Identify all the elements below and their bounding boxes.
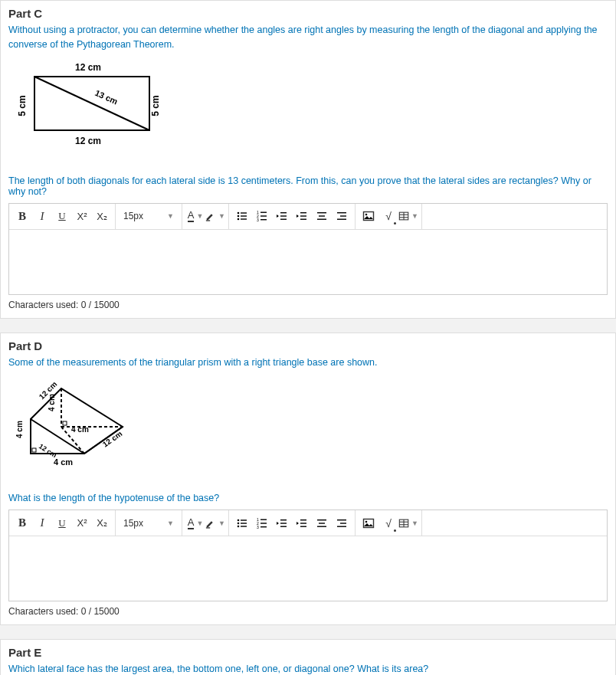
chevron-down-icon: ▼ <box>218 519 225 527</box>
number-list-button[interactable]: 123 <box>252 205 272 227</box>
fig-c-right-label: 5 cm <box>150 95 161 116</box>
svg-rect-70 <box>317 526 326 526</box>
bold-button[interactable]: B <box>12 513 32 534</box>
svg-rect-61 <box>260 526 267 527</box>
svg-rect-72 <box>340 523 346 523</box>
svg-point-75 <box>365 520 368 523</box>
highlight-button[interactable]: ▼ <box>205 513 225 534</box>
svg-text:12 cm: 12 cm <box>101 430 124 449</box>
italic-button[interactable]: I <box>32 513 52 534</box>
svg-rect-59 <box>260 519 267 519</box>
editor-textarea[interactable] <box>9 230 607 294</box>
fig-c-diag-label: 13 cm <box>93 87 120 106</box>
image-button[interactable] <box>359 513 378 534</box>
svg-rect-19 <box>300 215 306 216</box>
chevron-down-icon: ▼ <box>196 519 203 527</box>
svg-rect-8 <box>241 218 247 219</box>
svg-rect-68 <box>317 519 326 520</box>
part-c-figure: 12 cm 13 cm 12 cm 5 cm 5 cm <box>8 57 168 162</box>
svg-rect-7 <box>241 215 247 216</box>
part-c-title: Part C <box>8 7 608 20</box>
bullet-list-button[interactable] <box>232 513 252 534</box>
svg-rect-24 <box>337 212 346 213</box>
number-list-button[interactable]: 123 <box>252 513 272 534</box>
svg-rect-62 <box>280 519 287 520</box>
svg-rect-26 <box>337 219 346 220</box>
italic-button[interactable]: I <box>32 205 52 227</box>
char-count: Characters used: 0 / 15000 <box>8 606 608 617</box>
svg-point-28 <box>365 214 368 216</box>
svg-rect-60 <box>260 523 267 523</box>
indent-button[interactable] <box>292 513 312 534</box>
math-button[interactable]: √ <box>378 205 398 227</box>
outdent-button[interactable] <box>272 513 292 534</box>
part-d-question: What is the length of the hypotenuse of … <box>8 493 608 503</box>
svg-rect-65 <box>300 519 306 520</box>
font-size-value: 15px <box>123 518 143 529</box>
align-center-button[interactable] <box>312 205 332 227</box>
fig-c-bottom-label: 12 cm <box>75 136 101 146</box>
editor-textarea[interactable] <box>9 536 607 601</box>
bullet-list-button[interactable] <box>232 205 252 227</box>
part-c: Part C Without using a protractor, you c… <box>0 0 616 319</box>
superscript-button[interactable]: X² <box>72 205 92 227</box>
svg-rect-67 <box>300 526 306 526</box>
chevron-down-icon: ▼ <box>196 212 203 220</box>
chevron-down-icon: ▼ <box>167 519 174 527</box>
svg-rect-71 <box>337 519 346 520</box>
font-color-button[interactable]: A▼ <box>185 513 205 534</box>
svg-text:4 cm: 4 cm <box>15 421 24 438</box>
font-color-button[interactable]: A▼ <box>185 205 205 227</box>
svg-rect-63 <box>280 523 287 523</box>
math-button[interactable]: √ <box>378 513 398 534</box>
svg-rect-69 <box>319 523 325 523</box>
svg-rect-54 <box>241 523 247 523</box>
superscript-button[interactable]: X² <box>72 513 92 534</box>
svg-rect-64 <box>280 526 287 526</box>
svg-rect-21 <box>317 212 326 213</box>
svg-text:4 cm: 4 cm <box>54 457 73 467</box>
highlight-button[interactable]: ▼ <box>205 205 225 227</box>
indent-button[interactable] <box>292 205 312 227</box>
part-c-editor: B I U X² X₂ 15px ▼ A▼ ▼ <box>8 203 608 295</box>
table-button[interactable]: ▼ <box>398 205 418 227</box>
part-d-desc: Some of the measurements of the triangul… <box>8 356 608 370</box>
part-d: Part D Some of the measurements of the t… <box>0 333 616 626</box>
underline-button[interactable]: U <box>52 205 72 227</box>
svg-line-1 <box>34 77 149 130</box>
outdent-button[interactable] <box>272 205 292 227</box>
table-button[interactable]: ▼ <box>398 513 418 534</box>
svg-rect-22 <box>319 215 325 216</box>
align-center-button[interactable] <box>312 513 332 534</box>
svg-rect-25 <box>340 215 346 216</box>
toolbar: B I U X² X₂ 15px ▼ A▼ ▼ <box>9 204 607 230</box>
underline-button[interactable]: U <box>52 513 72 534</box>
subscript-button[interactable]: X₂ <box>92 513 112 534</box>
chevron-down-icon: ▼ <box>167 212 174 220</box>
svg-rect-66 <box>300 523 306 523</box>
svg-point-50 <box>238 519 240 521</box>
svg-point-51 <box>238 522 240 524</box>
align-right-button[interactable] <box>332 513 352 534</box>
svg-rect-73 <box>337 526 346 526</box>
align-right-button[interactable] <box>332 205 352 227</box>
part-d-editor: B I U X² X₂ 15px ▼ A▼ ▼ <box>8 510 608 601</box>
svg-rect-16 <box>280 215 287 216</box>
svg-point-3 <box>238 212 240 215</box>
chevron-down-icon: ▼ <box>218 212 225 220</box>
svg-text:3: 3 <box>257 218 259 222</box>
image-button[interactable] <box>359 205 378 227</box>
font-size-select[interactable]: 15px ▼ <box>119 518 179 529</box>
char-count: Characters used: 0 / 15000 <box>8 300 608 310</box>
svg-point-4 <box>238 215 240 218</box>
bold-button[interactable]: B <box>12 205 32 227</box>
part-c-question: The length of both diagonals for each la… <box>8 175 608 197</box>
svg-rect-12 <box>260 212 267 213</box>
font-size-select[interactable]: 15px ▼ <box>119 211 179 221</box>
svg-rect-2 <box>206 220 210 221</box>
svg-text:3: 3 <box>257 525 259 529</box>
svg-rect-55 <box>241 526 247 526</box>
svg-rect-20 <box>300 219 306 220</box>
subscript-button[interactable]: X₂ <box>92 205 112 227</box>
svg-point-5 <box>238 218 240 221</box>
